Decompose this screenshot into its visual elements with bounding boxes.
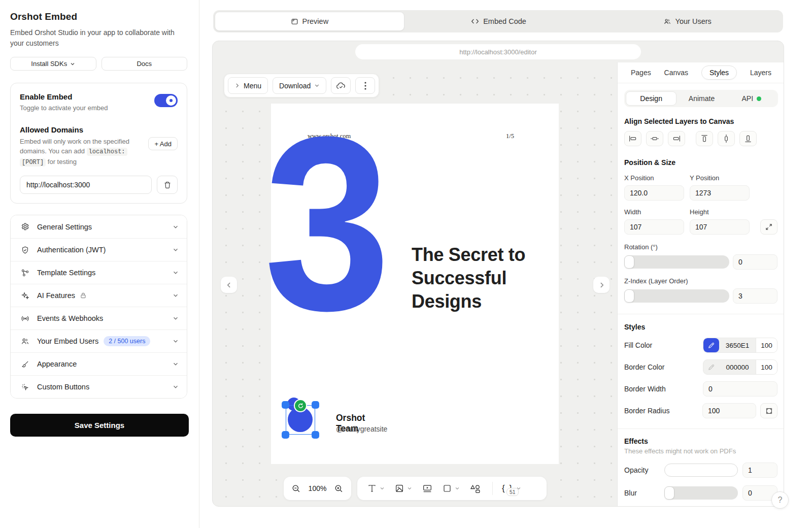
next-page-button[interactable] — [593, 277, 610, 293]
sidebar-item-custom-buttons[interactable]: Custom Buttons — [11, 375, 187, 398]
resize-handle-se[interactable] — [312, 431, 319, 439]
chevron-down-icon — [407, 486, 412, 491]
more-options-button[interactable] — [355, 77, 375, 94]
border-opacity-value[interactable]: 100 — [756, 360, 777, 374]
align-middle-vertical-button[interactable] — [718, 131, 735, 146]
blur-slider-thumb[interactable] — [664, 486, 674, 500]
resize-handle-sw[interactable] — [282, 431, 289, 439]
chevron-down-icon — [70, 61, 75, 67]
tab-styles[interactable]: Styles — [701, 65, 737, 80]
opacity-value[interactable]: 1 — [742, 463, 777, 478]
sidebar-item-label: Your Embed Users — [37, 337, 98, 345]
fill-eyedropper-button[interactable] — [703, 338, 719, 352]
page-title: Orshot Embed — [10, 11, 187, 22]
enable-embed-title: Enable Embed — [20, 92, 108, 101]
align-top-button[interactable] — [696, 131, 713, 146]
sidebar-item-events-webhooks[interactable]: Events & Webhooks — [11, 307, 187, 329]
zindex-slider[interactable] — [624, 289, 729, 303]
headline-line: The Secret to — [412, 243, 525, 267]
align-center-horizontal-button[interactable] — [646, 131, 663, 146]
align-left-button[interactable] — [624, 131, 641, 146]
link-dimensions-button[interactable] — [760, 219, 777, 235]
install-sdks-button[interactable]: Install SDKs — [10, 57, 96, 71]
blur-slider[interactable] — [664, 486, 738, 500]
chevron-right-icon — [234, 83, 240, 88]
image-tool[interactable] — [395, 484, 412, 493]
sidebar-item-general-settings[interactable]: General Settings — [11, 215, 187, 238]
video-tool[interactable] — [422, 484, 432, 493]
mode-api-label: API — [742, 94, 754, 103]
sidebar-item-your-embed-users[interactable]: Your Embed Users 2 / 500 users — [11, 329, 187, 352]
mode-animate[interactable]: Animate — [676, 91, 726, 106]
mode-api[interactable]: API — [727, 91, 776, 106]
sparkles-icon — [21, 291, 29, 300]
download-button[interactable]: Download — [273, 77, 326, 94]
resize-handle-ne[interactable] — [312, 401, 319, 409]
text-tool[interactable] — [367, 484, 385, 493]
delete-domain-button[interactable] — [157, 176, 178, 194]
sidebar-item-appearance[interactable]: Appearance — [11, 352, 187, 375]
domain-input[interactable] — [20, 176, 152, 194]
zindex-value[interactable]: 3 — [733, 288, 777, 304]
url-field[interactable]: http://localhost:3000/editor — [355, 44, 641, 59]
rotation-label: Rotation (°) — [624, 243, 777, 251]
tab-canvas[interactable]: Canvas — [664, 69, 688, 77]
border-hex-value[interactable]: 000000 — [719, 360, 756, 374]
tab-preview[interactable]: Preview — [215, 12, 404, 31]
chevron-right-icon — [598, 282, 605, 288]
chevron-down-icon — [455, 486, 460, 491]
save-settings-button[interactable]: Save Settings — [10, 414, 189, 437]
blur-label: Blur — [624, 489, 664, 497]
height-input[interactable] — [690, 219, 750, 235]
zoom-level: 100% — [309, 484, 327, 492]
sidebar-item-ai-features[interactable]: AI Features — [11, 284, 187, 307]
elements-tool[interactable] — [470, 484, 481, 493]
variables-count-badge: 51 — [506, 488, 519, 496]
broadcast-icon — [21, 314, 29, 323]
sidebar-item-template-settings[interactable]: Template Settings — [11, 261, 187, 284]
tab-pages[interactable]: Pages — [631, 69, 651, 77]
sidebar-item-label: AI Features — [37, 291, 75, 300]
zoom-in-icon[interactable] — [334, 484, 344, 493]
border-eyedropper-button[interactable] — [703, 360, 719, 374]
fill-color-label: Fill Color — [624, 341, 652, 349]
square-shape-icon — [443, 484, 452, 493]
allowed-domains-title: Allowed Domains — [20, 125, 178, 134]
border-width-input[interactable] — [703, 381, 777, 397]
sidebar-item-authentication[interactable]: Authentication (JWT) — [11, 238, 187, 261]
enable-embed-toggle[interactable] — [154, 94, 178, 107]
add-domain-button[interactable]: + Add — [148, 137, 178, 150]
shape-tool[interactable] — [443, 484, 460, 493]
x-position-input[interactable] — [624, 185, 684, 201]
rotation-slider-thumb[interactable] — [624, 255, 634, 269]
width-input[interactable] — [624, 219, 684, 235]
fill-opacity-value[interactable]: 100 — [756, 338, 777, 352]
previous-page-button[interactable] — [221, 277, 237, 293]
cloud-sync-button[interactable] — [331, 77, 351, 94]
rotation-value[interactable]: 0 — [733, 254, 777, 270]
tab-layers[interactable]: Layers — [750, 69, 771, 77]
variables-tool[interactable]: { }51 — [502, 483, 521, 493]
help-button[interactable]: ? — [771, 491, 789, 509]
corner-radius-button[interactable] — [760, 403, 777, 418]
align-right-button[interactable] — [668, 131, 685, 146]
menu-button[interactable]: Menu — [228, 77, 268, 94]
align-center-h-icon — [651, 136, 659, 142]
tab-embed-code[interactable]: Embed Code — [404, 12, 593, 31]
editor-preview-frame: http://localhost:3000/editor www.orshot.… — [212, 41, 784, 507]
opacity-slider[interactable] — [664, 464, 738, 477]
fill-hex-value[interactable]: 3650E1 — [719, 338, 756, 352]
mode-design[interactable]: Design — [626, 91, 676, 106]
rotate-handle[interactable] — [294, 399, 307, 412]
align-bottom-button[interactable] — [739, 131, 757, 146]
design-canvas[interactable]: www.orshot.com 1/5 3 The Secret to Succe… — [271, 104, 559, 464]
zindex-slider-thumb[interactable] — [624, 289, 634, 303]
zoom-out-icon[interactable] — [291, 484, 301, 493]
cloud-check-icon — [336, 82, 346, 90]
border-radius-input[interactable] — [702, 403, 756, 418]
tab-your-users[interactable]: Your Users — [593, 12, 782, 31]
rotation-slider[interactable] — [624, 255, 729, 269]
y-position-input[interactable] — [690, 185, 750, 201]
docs-button[interactable]: Docs — [101, 57, 188, 71]
resize-handle-nw[interactable] — [282, 401, 289, 409]
